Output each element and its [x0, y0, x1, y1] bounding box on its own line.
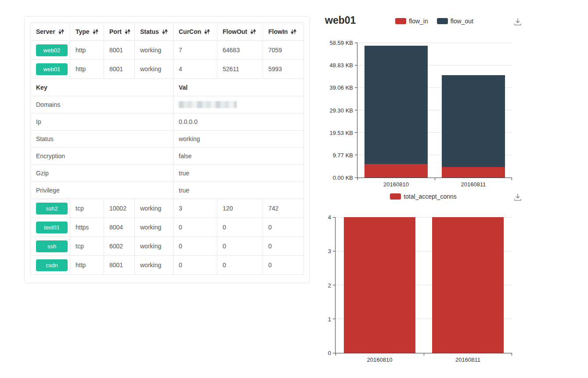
y-axis-label: 1 — [328, 316, 331, 322]
server-button-web01[interactable]: web01 — [36, 63, 68, 75]
cell-status: working — [135, 41, 173, 60]
y-axis-label: 19.53 KB — [330, 129, 354, 136]
bar-segment-flow_out[interactable] — [364, 46, 428, 164]
legend-item-flow-out[interactable]: flow_out — [437, 18, 473, 25]
y-axis-tick — [333, 319, 335, 319]
cell-type: tcp — [70, 199, 104, 218]
cell-curcon: 0 — [173, 237, 217, 256]
cell-port: 8001 — [104, 256, 135, 275]
x-axis-label: 20160810 — [335, 356, 424, 363]
sort-icon — [58, 29, 64, 34]
server-button-ssh2[interactable]: ssh2 — [36, 203, 68, 214]
column-header-server[interactable]: Server — [31, 23, 70, 41]
server-button-csdn[interactable]: csdn — [36, 259, 68, 271]
cell-flowout: 52611 — [217, 60, 263, 79]
cell-status: working — [135, 256, 173, 275]
key-val-row: Gzip true — [31, 165, 304, 182]
bar-segment-flow_in[interactable] — [364, 164, 428, 178]
val-encryption: false — [173, 148, 304, 165]
server-button-test01[interactable]: test01 — [36, 222, 68, 233]
server-table: Server Type Port Status CurCon FlowOut F… — [30, 22, 304, 275]
table-row: ssh2 tcp 10002 working 3 120 742 — [31, 199, 304, 218]
table-row: test01 https 8004 working 0 0 0 — [31, 218, 304, 237]
y-axis-tick — [333, 251, 335, 251]
cell-type: https — [70, 218, 104, 237]
key-privilege: Privilege — [31, 182, 173, 199]
bar-segment-total_accept_conns[interactable] — [344, 217, 415, 353]
cell-port: 8004 — [104, 218, 135, 237]
conns-chart-legend: total_accept_conns — [335, 193, 512, 200]
legend-item-flow-in[interactable]: flow_in — [395, 18, 428, 25]
sort-icon — [93, 29, 98, 34]
bar-segment-flow_out[interactable] — [442, 75, 505, 167]
domains-value-redacted — [179, 101, 237, 108]
bar-segment-total_accept_conns[interactable] — [432, 217, 504, 353]
y-axis-label: 58.59 KB — [330, 40, 354, 46]
legend-marker-flow-out — [437, 18, 448, 24]
legend-marker-total-accept-conns — [390, 193, 401, 200]
key-header: Key — [31, 79, 173, 96]
cell-curcon: 0 — [173, 256, 217, 275]
val-status: working — [173, 131, 304, 148]
table-row: web01 http 8001 working 4 52611 5993 — [31, 60, 304, 79]
cell-status: working — [135, 199, 173, 218]
key-val-row: Status working — [31, 131, 304, 148]
key-val-row: Ip 0.0.0.0 — [31, 113, 304, 131]
cell-flowin: 0 — [263, 218, 304, 237]
sort-icon — [125, 29, 130, 34]
column-header-flowin[interactable]: FlowIn — [263, 23, 304, 41]
table-header-row: Server Type Port Status CurCon FlowOut F… — [31, 23, 304, 41]
column-header-curcon[interactable]: CurCon — [173, 23, 217, 41]
x-axis-label: 20160810 — [357, 181, 435, 188]
y-axis-tick — [355, 132, 357, 133]
y-axis-label: 4 — [328, 214, 331, 221]
download-chart-icon[interactable] — [513, 17, 523, 27]
cell-status: working — [135, 218, 173, 237]
cell-flowout: 0 — [217, 256, 263, 275]
x-axis-tick — [357, 178, 358, 180]
y-axis-label: 0 — [328, 350, 331, 356]
cell-port: 8001 — [104, 41, 135, 60]
column-header-type[interactable]: Type — [70, 23, 104, 41]
server-button-web02[interactable]: web02 — [36, 44, 68, 56]
server-table-card: Server Type Port Status CurCon FlowOut F… — [24, 16, 310, 283]
cell-type: http — [70, 60, 104, 79]
bar-segment-flow_in[interactable] — [442, 167, 505, 178]
cell-flowin: 7059 — [263, 41, 304, 60]
key-val-row: Privilege true — [31, 182, 304, 199]
column-header-port[interactable]: Port — [104, 23, 135, 41]
y-axis-label: 48.83 KB — [330, 62, 354, 69]
x-axis-tick — [512, 353, 512, 356]
cell-type: http — [70, 41, 104, 60]
table-row: ssh tcp 6002 working 0 0 0 — [31, 237, 304, 256]
cell-curcon: 7 — [173, 41, 217, 60]
y-axis-label: 2 — [328, 282, 331, 288]
x-axis-label: 20160811 — [424, 356, 512, 363]
val-ip: 0.0.0.0 — [173, 113, 304, 131]
y-axis-tick — [355, 110, 357, 110]
conns-chart-plot: 012342016081020160811 — [335, 217, 512, 353]
table-row: csdn http 8001 working 0 0 0 — [31, 256, 304, 275]
y-axis-label: 3 — [328, 248, 331, 254]
column-header-status[interactable]: Status — [135, 23, 173, 41]
cell-type: tcp — [70, 237, 104, 256]
flow-chart-legend: flow_in flow_out — [357, 18, 512, 25]
server-button-ssh[interactable]: ssh — [36, 240, 68, 252]
legend-item-total-accept-conns[interactable]: total_accept_conns — [390, 193, 457, 200]
y-axis-label: 9.77 KB — [333, 152, 353, 158]
y-axis-tick — [355, 43, 357, 43]
x-axis-tick — [435, 178, 435, 180]
column-header-flowout[interactable]: FlowOut — [217, 23, 263, 41]
cell-flowin: 0 — [263, 237, 304, 256]
cell-type: http — [70, 256, 104, 275]
cell-flowin: 5993 — [263, 60, 304, 79]
download-chart-icon[interactable] — [513, 192, 523, 203]
y-axis-label: 29.30 KB — [330, 107, 354, 113]
val-header: Val — [173, 79, 304, 96]
cell-port: 8001 — [104, 60, 135, 79]
legend-label: flow_out — [451, 18, 473, 25]
cell-flowout: 120 — [217, 199, 263, 218]
sort-icon — [250, 29, 256, 34]
cell-flowout: 64683 — [217, 41, 263, 60]
cell-curcon: 4 — [173, 60, 217, 79]
